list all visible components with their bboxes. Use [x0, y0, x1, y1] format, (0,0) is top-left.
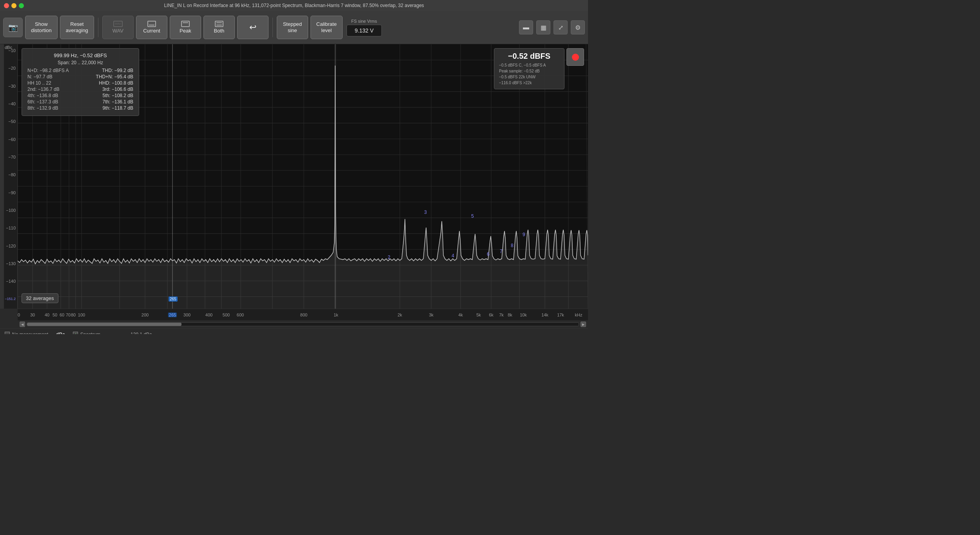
tv-icon-button[interactable]: ▬ — [519, 20, 533, 34]
x-label-1k: 1k — [334, 313, 338, 317]
x-label-400: 400 — [205, 313, 212, 317]
x-label-265: 265 — [168, 313, 177, 317]
toolbar-divider-2 — [272, 18, 273, 37]
record-icon — [572, 54, 579, 61]
show-distortion-label: Show distortion — [31, 21, 52, 33]
info-row-0: N+D: −98.2 dBFS A THD: −99.2 dB — [27, 68, 133, 73]
maximize-button[interactable] — [19, 3, 24, 8]
no-measurement-item[interactable]: No measurement — [5, 332, 48, 334]
record-button[interactable] — [566, 48, 584, 66]
x-label-500: 500 — [223, 313, 230, 317]
info-title: 999.99 Hz, −0.52 dBFS — [27, 52, 133, 58]
right-info-sub: −0.5 dBFS C, −0.5 dBFS A Peak sample: −0… — [499, 62, 559, 86]
y-axis: dBc −10 −20 −30 −40 −50 −60 −70 −80 −90 … — [0, 44, 18, 309]
current-label: Current — [143, 28, 160, 34]
camera-button[interactable]: 📷 — [3, 18, 23, 37]
info-row-4-right: 5th: −108.2 dB — [103, 93, 133, 98]
info-row-3-left: 2nd: −136.7 dB — [27, 87, 60, 92]
wav-button[interactable]: WAV WAV — [102, 16, 134, 39]
svg-text:5: 5 — [471, 213, 474, 219]
scroll-left-arrow[interactable]: ◀ — [20, 322, 25, 327]
x-label-80: 80 — [71, 313, 76, 317]
x-label-5k: 5k — [476, 313, 481, 317]
calibrate-level-button[interactable]: Calibrate level — [310, 16, 343, 39]
calibrate-level-label: Calibrate level — [316, 21, 337, 33]
info-row-3: 2nd: −136.7 dB 3rd: −106.6 dB — [27, 87, 133, 92]
grid-icon-button[interactable]: ▦ — [536, 20, 550, 34]
svg-text:8: 8 — [511, 243, 514, 249]
right-info-line-2: −0.5 dBFS 22k UNW — [499, 74, 559, 80]
spectrum-checkbox[interactable] — [73, 332, 78, 334]
info-row-2-right: HHD: −100.8 dB — [99, 80, 133, 86]
stepped-sine-label: Stepped sine — [283, 21, 302, 33]
scroll-right-arrow[interactable]: ▶ — [581, 322, 586, 327]
x-label-100: 100 — [78, 313, 85, 317]
x-label-300: 300 — [183, 313, 191, 317]
reset-averaging-button[interactable]: Reset averaging — [60, 16, 94, 39]
status-value: −139.1 dBc — [128, 332, 152, 334]
right-info-main: −0.52 dBFS — [499, 52, 559, 61]
x-label-20: 20 — [18, 313, 20, 317]
x-label-6k: 6k — [489, 313, 494, 317]
svg-text:3: 3 — [424, 210, 427, 215]
info-row-2: HH 10 .. 22 HHD: −100.8 dB — [27, 80, 133, 86]
spectrum-item[interactable]: Spectrum — [73, 332, 100, 334]
title-bar: LINE_IN L on Record Interface at 96 kHz,… — [0, 0, 588, 11]
x-label-14k: 14k — [541, 313, 548, 317]
x-label-2k: 2k — [397, 313, 402, 317]
gear-icon-button[interactable]: ⚙ — [571, 20, 585, 34]
right-info-panel: −0.52 dBFS −0.5 dBFS C, −0.5 dBFS A Peak… — [494, 48, 564, 89]
expand-icon-button[interactable]: ⤢ — [554, 20, 568, 34]
main-content: dBc −10 −20 −30 −40 −50 −60 −70 −80 −90 … — [0, 44, 588, 334]
x-label-30: 30 — [30, 313, 35, 317]
y-unit: dBc — [5, 45, 12, 50]
toolbar: 📷 Show distortion Reset averaging WAV WA… — [0, 11, 588, 44]
show-distortion-button[interactable]: Show distortion — [25, 16, 58, 39]
fs-sine-label: FS sine Vrms — [351, 19, 377, 23]
y-axis-scroll[interactable] — [0, 44, 4, 309]
info-row-6-left: 8th: −132.9 dB — [27, 105, 58, 111]
minimize-button[interactable] — [11, 3, 16, 8]
close-button[interactable] — [4, 3, 9, 8]
scroll-track[interactable] — [27, 322, 579, 326]
svg-text:6: 6 — [487, 251, 490, 257]
x-label-800: 800 — [300, 313, 307, 317]
reset-averaging-label: Reset averaging — [66, 21, 88, 33]
chart-canvas[interactable]: 2 3 4 5 6 7 8 9 999.99 Hz, −0.52 dBFS Sp… — [18, 44, 588, 309]
window-controls[interactable] — [4, 3, 24, 8]
fs-sine-value[interactable]: 9.132 V — [347, 25, 382, 36]
fs-sine-group: FS sine Vrms 9.132 V — [347, 19, 382, 36]
gear-icon: ⚙ — [575, 24, 581, 31]
peak-button[interactable]: Peak — [170, 16, 201, 39]
info-span: Span: 20 .. 22,000 Hz — [27, 60, 133, 65]
info-row-5-left: 6th: −137.3 dB — [27, 99, 58, 105]
info-row-1-left: N: −97.7 dB — [27, 74, 53, 80]
unit-label: dBc — [56, 332, 65, 334]
both-label: Both — [214, 28, 224, 34]
current-button[interactable]: Current — [136, 16, 167, 39]
scroll-thumb[interactable] — [27, 323, 181, 326]
stepped-sine-button[interactable]: Stepped sine — [277, 16, 308, 39]
info-row-2-left: HH 10 .. 22 — [27, 80, 51, 86]
svg-text:4: 4 — [452, 253, 454, 259]
expand-icon: ⤢ — [558, 24, 563, 31]
toolbar-divider-1 — [98, 18, 98, 37]
both-button[interactable]: Both — [203, 16, 235, 39]
spectrum-label: Spectrum — [80, 332, 100, 334]
info-row-6: 8th: −132.9 dB 9th: −118.7 dB — [27, 105, 133, 111]
cursor-label-265: 265 — [169, 296, 178, 302]
x-label-17k: 17k — [557, 313, 564, 317]
info-row-5-right: 7th: −136.1 dB — [103, 99, 133, 105]
right-info-line-1: Peak sample: −0.52 dB — [499, 68, 559, 74]
x-label-70: 70 — [66, 313, 71, 317]
spectrum-color-line — [108, 334, 120, 334]
no-measurement-checkbox[interactable] — [5, 332, 10, 334]
peak-label: Peak — [180, 28, 191, 34]
window-title: LINE_IN L on Record Interface at 96 kHz,… — [164, 3, 424, 8]
svg-text:7: 7 — [500, 249, 503, 255]
info-row-0-left: N+D: −98.2 dBFS A — [27, 68, 69, 73]
x-label-4k: 4k — [458, 313, 463, 317]
right-info-line-0: −0.5 dBFS C, −0.5 dBFS A — [499, 62, 559, 68]
loop-icon: ↩ — [249, 22, 256, 33]
loop-button[interactable]: ↩ — [237, 16, 269, 39]
